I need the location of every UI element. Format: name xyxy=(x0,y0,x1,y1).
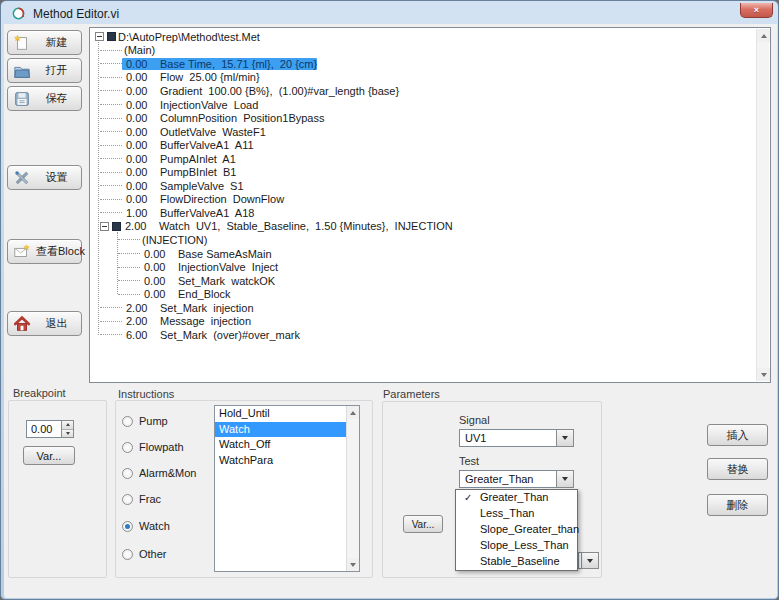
tree-row[interactable]: (INJECTION) xyxy=(92,233,754,247)
close-button[interactable]: × xyxy=(740,3,773,18)
listbox-scrollbar[interactable] xyxy=(346,406,359,571)
radio-option[interactable]: Pump xyxy=(122,415,168,427)
row-time: 0.00 xyxy=(122,99,158,111)
row-text: FlowDirection DownFlow xyxy=(158,193,284,205)
row-text: ColumnPosition Position1Bypass xyxy=(158,112,324,124)
spinner-up-icon[interactable] xyxy=(62,421,73,429)
new-document-icon xyxy=(13,34,31,52)
radio-option[interactable]: Watch xyxy=(122,520,170,532)
tree-row[interactable]: 0.00BufferValveA1 A11 xyxy=(92,138,754,152)
menu-item[interactable]: Slope_Less_Than xyxy=(456,538,577,554)
tree-row[interactable]: 0.00Set_Mark watckOK xyxy=(92,274,754,288)
radio-label: Flowpath xyxy=(139,441,184,453)
tree-row[interactable]: 0.00Base Time, 15.71 {ml}, 20 {cm} xyxy=(92,57,754,71)
breakpoint-value-input[interactable] xyxy=(26,420,61,438)
scroll-down-icon[interactable] xyxy=(347,558,359,571)
new-button[interactable]: 新建 xyxy=(7,30,82,55)
radio-icon[interactable] xyxy=(122,468,133,479)
row-text: OutletValve WasteF1 xyxy=(158,126,266,138)
tree-row[interactable]: 0.00SampleValve S1 xyxy=(92,179,754,193)
tree-vertical-scrollbar[interactable] xyxy=(756,29,769,381)
radio-label: Alarm&Mon xyxy=(139,467,196,479)
tree-row[interactable]: 2.00Watch UV1, Stable_Baseline, 1.50 {Mi… xyxy=(92,220,754,234)
new-button-label: 新建 xyxy=(36,35,81,50)
instructions-group-label: Instructions xyxy=(118,388,174,400)
chevron-down-icon[interactable] xyxy=(581,552,599,569)
tree-row[interactable]: 0.00PumpAInlet A1 xyxy=(92,152,754,166)
title-bar[interactable]: Method Editor.vi xyxy=(4,3,777,24)
tree-connector xyxy=(100,334,122,335)
radio-option[interactable]: Flowpath xyxy=(122,441,184,453)
radio-icon[interactable] xyxy=(122,442,133,453)
instruction-listbox[interactable]: Hold_UntilWatchWatch_OffWatchPara xyxy=(214,405,360,572)
radio-icon[interactable] xyxy=(122,494,133,505)
tree-row[interactable]: 0.00End_Block xyxy=(92,287,754,301)
tree-row[interactable]: 0.00Gradient 100.00 {B%}, (1.00)#var_len… xyxy=(92,84,754,98)
radio-icon[interactable] xyxy=(122,416,133,427)
settings-button[interactable]: 设置 xyxy=(7,165,82,190)
menu-item[interactable]: Less_Than xyxy=(456,506,577,522)
tree-row[interactable]: 0.00PumpBInlet B1 xyxy=(92,165,754,179)
exit-button-label: 退出 xyxy=(36,316,81,331)
list-item[interactable]: Hold_Until xyxy=(215,406,346,422)
list-item[interactable]: Watch xyxy=(215,422,346,438)
menu-item[interactable]: Slope_Greater_than xyxy=(456,522,577,538)
tree-row[interactable]: D:\AutoPrep\Method\test.Met xyxy=(92,30,754,44)
tree-row[interactable]: 6.00Set_Mark (over)#over_mark xyxy=(92,328,754,342)
radio-option[interactable]: Other xyxy=(122,548,167,560)
tree-connector xyxy=(100,185,122,186)
insert-button[interactable]: 插入 xyxy=(707,424,768,446)
row-time: 0.00 xyxy=(140,248,176,260)
tree-row[interactable]: 2.00Set_Mark injection xyxy=(92,301,754,315)
scroll-up-icon[interactable] xyxy=(347,406,359,419)
list-item[interactable]: Watch_Off xyxy=(215,437,346,453)
menu-item-label: Stable_Baseline xyxy=(480,555,560,567)
radio-icon[interactable] xyxy=(122,521,133,532)
value-combobox-partial[interactable] xyxy=(578,552,599,569)
chevron-down-icon[interactable] xyxy=(556,470,574,488)
tree-row[interactable]: 0.00InjectionValve Load xyxy=(92,98,754,112)
collapse-icon[interactable] xyxy=(95,32,104,41)
delete-button[interactable]: 删除 xyxy=(707,494,768,516)
tree-connector xyxy=(100,63,122,64)
row-time: 2.00 xyxy=(122,302,158,314)
signal-combobox[interactable]: UV1 xyxy=(459,429,574,447)
view-block-button[interactable]: 查看Block xyxy=(7,239,82,264)
collapse-icon[interactable] xyxy=(100,222,109,231)
method-tree-panel[interactable]: D:\AutoPrep\Method\test.Met(Main)0.00Bas… xyxy=(89,27,771,383)
test-combobox[interactable]: Greater_Than xyxy=(459,470,574,488)
tree-row[interactable]: 2.00Message injection xyxy=(92,314,754,328)
tree-row[interactable]: 0.00Base SameAsMain xyxy=(92,247,754,261)
row-text: BufferValveA1 A18 xyxy=(158,207,254,219)
radio-icon[interactable] xyxy=(122,549,133,560)
radio-option[interactable]: Frac xyxy=(122,493,161,505)
tree-row[interactable]: (Main) xyxy=(92,44,754,58)
tree-row[interactable]: 0.00ColumnPosition Position1Bypass xyxy=(92,111,754,125)
window-title: Method Editor.vi xyxy=(33,7,119,21)
replace-button[interactable]: 替换 xyxy=(707,458,768,480)
scroll-down-icon[interactable] xyxy=(757,368,770,381)
method-editor-window: Method Editor.vi × 新建 打开 保存 设置 xyxy=(0,0,779,600)
parameters-var-button[interactable]: Var... xyxy=(403,515,443,533)
menu-item[interactable]: ✓Greater_Than xyxy=(456,490,577,506)
save-button[interactable]: 保存 xyxy=(7,86,82,111)
spinner-down-icon[interactable] xyxy=(62,429,73,438)
listbox-items: Hold_UntilWatchWatch_OffWatchPara xyxy=(215,406,359,468)
tree-row[interactable]: 0.00Flow 25.00 {ml/min} xyxy=(92,71,754,85)
tree-row[interactable]: 0.00InjectionValve Inject xyxy=(92,260,754,274)
exit-button[interactable]: 退出 xyxy=(7,311,82,336)
open-button[interactable]: 打开 xyxy=(7,58,82,83)
tree-row[interactable]: 0.00OutletValve WasteF1 xyxy=(92,125,754,139)
menu-item[interactable]: Stable_Baseline xyxy=(456,554,577,570)
tree-row[interactable]: 1.00BufferValveA1 A18 xyxy=(92,206,754,220)
scroll-up-icon[interactable] xyxy=(757,29,770,42)
test-value: Greater_Than xyxy=(459,470,556,488)
row-text: D:\AutoPrep\Method\test.Met xyxy=(116,31,260,43)
chevron-down-icon[interactable] xyxy=(556,429,574,447)
breakpoint-spinner[interactable] xyxy=(26,420,74,438)
list-item[interactable]: WatchPara xyxy=(215,453,346,469)
row-time: 0.00 xyxy=(122,139,158,151)
tree-row[interactable]: 0.00FlowDirection DownFlow xyxy=(92,193,754,207)
breakpoint-var-button[interactable]: Var... xyxy=(23,446,75,465)
radio-option[interactable]: Alarm&Mon xyxy=(122,467,196,479)
